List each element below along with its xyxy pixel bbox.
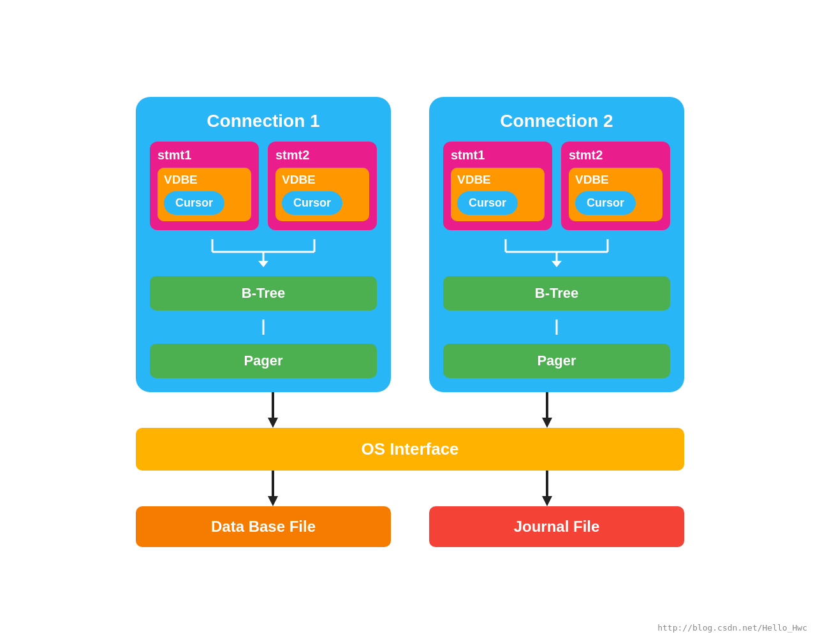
svg-marker-10 (552, 261, 562, 267)
svg-marker-4 (258, 261, 268, 267)
left-down-arrow-svg (265, 392, 281, 428)
stmt1-label-conn2: stmt1 (451, 148, 485, 163)
pager-label-1: Pager (150, 353, 377, 369)
os-left-down-arrow-svg (265, 471, 281, 506)
svg-marker-19 (542, 496, 552, 506)
cursor-arrow-svg-2 (455, 239, 659, 267)
btree-pager-conn-2 (443, 319, 670, 335)
diagram-wrapper: Connection 1 stmt1 VDBE Cursor (0, 0, 820, 644)
vdbe-label-1-2: VDBE (282, 173, 363, 187)
pager-box-2: Pager (443, 344, 670, 378)
stmt2-label-conn1: stmt2 (275, 148, 309, 163)
stmt2-box-conn2: stmt2 VDBE Cursor (561, 142, 670, 230)
right-down-arrow (420, 392, 675, 428)
cursor-box-2-1: Cursor (457, 191, 518, 215)
cursor-label-2-1: Cursor (469, 196, 506, 209)
stmt1-label-conn1: stmt1 (157, 148, 191, 163)
btree-pager-conn-1 (150, 319, 377, 335)
vdbe-label-2-2: VDBE (575, 173, 656, 187)
right-down-arrow-svg (539, 392, 555, 428)
os-right-down-arrow-svg (539, 471, 555, 506)
cursor-box-1-2: Cursor (282, 191, 342, 215)
vdbe-box-2-2: VDBE Cursor (569, 168, 663, 221)
cursor-arrow-svg-1 (161, 239, 365, 267)
cursor-label-1-1: Cursor (175, 196, 213, 209)
connection-2-box: Connection 2 stmt1 VDBE Cursor (429, 97, 684, 392)
vdbe-label-2-1: VDBE (457, 173, 538, 187)
stmt1-box-conn1: stmt1 VDBE Cursor (150, 142, 259, 230)
connection-1-title: Connection 1 (207, 111, 319, 131)
cursor-label-1-2: Cursor (293, 196, 331, 209)
stmt2-label-conn2: stmt2 (569, 148, 603, 163)
stmts-row-1: stmt1 VDBE Cursor stmt2 VDBE (150, 142, 377, 230)
stmts-row-2: stmt1 VDBE Cursor stmt2 VDBE (443, 142, 670, 230)
btree-pager-svg-1 (260, 319, 267, 335)
btree-box-1: B-Tree (150, 276, 377, 311)
top-row: Connection 1 stmt1 VDBE Cursor (136, 97, 684, 392)
btree-box-2: B-Tree (443, 276, 670, 311)
pager-to-os-arrows (136, 392, 684, 428)
svg-marker-15 (542, 418, 552, 428)
db-file-box: Data Base File (136, 506, 391, 547)
os-to-files-arrows (136, 471, 684, 506)
vdbe-box-2-1: VDBE Cursor (451, 168, 545, 221)
stmt1-box-conn2: stmt1 VDBE Cursor (443, 142, 552, 230)
btree-label-2: B-Tree (443, 285, 670, 302)
cursor-arrow-area-2 (443, 239, 670, 267)
vdbe-box-1-1: VDBE Cursor (157, 168, 251, 221)
cursor-arrow-area-1 (150, 239, 377, 267)
btree-pager-svg-2 (553, 319, 560, 335)
db-file-label: Data Base File (136, 518, 391, 536)
os-right-down-arrow (420, 471, 675, 506)
journal-file-label: Journal File (429, 518, 684, 536)
os-left-down-arrow (145, 471, 400, 506)
pager-label-2: Pager (443, 353, 670, 369)
connection-2-title: Connection 2 (500, 111, 613, 131)
watermark: http://blog.csdn.net/Hello_Hwc (657, 623, 807, 633)
journal-file-box: Journal File (429, 506, 684, 547)
connection-1-box: Connection 1 stmt1 VDBE Cursor (136, 97, 391, 392)
cursor-box-1-1: Cursor (164, 191, 224, 215)
btree-label-1: B-Tree (150, 285, 377, 302)
bottom-files-row: Data Base File Journal File (136, 506, 684, 547)
stmt2-box-conn1: stmt2 VDBE Cursor (268, 142, 377, 230)
svg-marker-17 (268, 496, 278, 506)
left-down-arrow (145, 392, 400, 428)
os-interface-box: OS Interface (136, 428, 684, 471)
vdbe-label-1-1: VDBE (164, 173, 245, 187)
cursor-label-2-2: Cursor (587, 196, 624, 209)
svg-marker-13 (268, 418, 278, 428)
cursor-box-2-2: Cursor (575, 191, 636, 215)
vdbe-box-1-2: VDBE Cursor (275, 168, 369, 221)
pager-box-1: Pager (150, 344, 377, 378)
os-interface-label: OS Interface (136, 439, 684, 459)
